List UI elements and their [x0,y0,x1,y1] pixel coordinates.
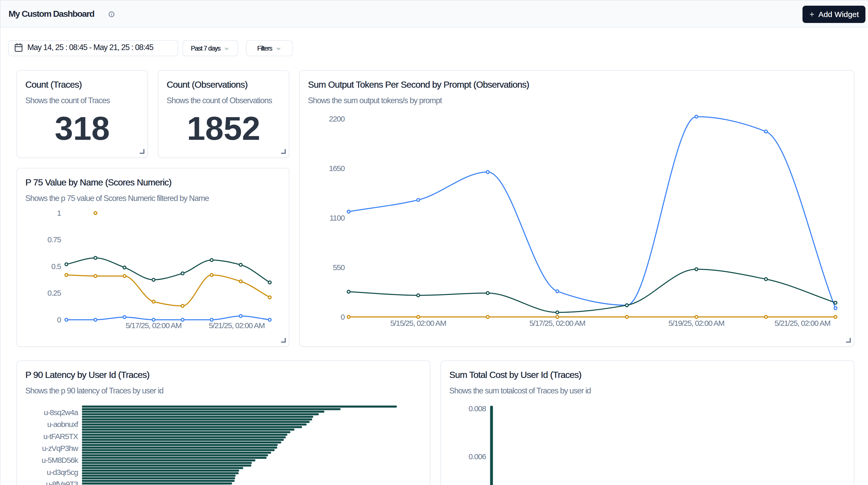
latency-bar [82,454,268,456]
info-icon[interactable] [108,11,115,17]
widget-title: Count (Observations) [166,79,281,90]
resize-handle-icon[interactable] [139,149,145,154]
date-range-value: May 14, 25 : 08:45 - May 21, 25 : 08:45 [27,43,153,52]
data-point-marker [181,319,184,321]
y-axis-tick-label: 0.008 [469,404,486,413]
widget-count-traces: Count (Traces) Shows the count of Traces… [17,70,148,158]
y-axis-tick-label: 2200 [329,115,345,123]
resize-handle-icon[interactable] [281,149,286,154]
bar-chart-svg: u-8sq2w4au-aobnuxfu-tFAR5TXu-zVqP3hwu-5M… [17,360,430,485]
widget-total-cost: Sum Total Cost by User Id (Traces) Shows… [440,360,854,485]
y-axis-tick-label: 0.25 [48,289,61,297]
filters-label: Filters [257,44,272,52]
date-preset-value: Past 7 days [191,44,220,52]
category-tick-label: u-8sq2w4a [44,408,79,417]
data-point-marker [123,266,126,269]
calendar-icon [14,43,23,52]
data-point-marker [152,319,155,321]
line-series-teal [349,269,836,312]
chevron-down-icon [224,46,230,52]
widget-p75-scores: P 75 Value by Name (Scores Numeric) Show… [17,168,289,347]
latency-bar [82,464,251,466]
latency-bar [82,434,287,436]
data-point-marker [834,315,837,319]
p75-line-chart[interactable]: 10.750.50.2505/17/25, 02:00 AM5/21/25, 0… [17,168,289,348]
data-point-marker [695,268,698,271]
latency-bar [82,459,255,461]
latency-bar [82,477,235,479]
data-point-marker [239,280,242,283]
latency-bar [82,442,281,444]
data-point-marker [486,292,489,295]
latency-bar [82,449,275,451]
tokens-line-chart[interactable]: 22001650110055005/15/25, 02:00 AM5/17/25… [299,70,854,348]
category-tick-label: u-aobnuxf [47,420,79,428]
date-range-picker[interactable]: May 14, 25 : 08:45 - May 21, 25 : 08:45 [8,40,178,56]
latency-bar [82,444,278,446]
filters-dropdown[interactable]: Filters [246,40,293,56]
widget-count-observations: Count (Observations) Shows the count of … [158,70,289,158]
data-point-marker [65,273,68,276]
data-point-marker [765,130,768,133]
y-axis-tick-label: 550 [333,263,345,272]
data-point-marker [417,199,420,201]
card-header: Count (Traces) Shows the count of Traces [17,71,148,105]
line-chart-svg: 22001650110055005/15/25, 02:00 AM5/17/25… [299,70,854,347]
y-axis-tick-label: 0.006 [469,452,486,461]
line-series-teal [66,258,270,282]
latency-bar [82,482,232,484]
plus-icon [809,11,815,17]
big-number-value: 318 [17,112,148,145]
x-axis-tick-label: 5/19/25, 02:00 AM [669,319,724,327]
latency-bar [82,421,310,423]
data-point-marker [765,278,768,280]
add-widget-label: Add Widget [818,10,859,19]
data-point-marker [486,315,489,319]
line-series-gold [66,275,270,306]
resize-handle-icon[interactable] [845,337,851,342]
data-point-marker [625,304,628,307]
data-point-marker [269,319,271,321]
data-point-marker [347,290,350,293]
latency-bar [82,462,252,464]
latency-bar [82,472,239,474]
y-axis-tick-label: 0.75 [48,235,61,244]
line-series-blue [349,117,836,308]
page-header: My Custom Dashboard Add Widget [0,1,868,28]
data-point-marker [65,319,68,321]
data-point-marker [417,315,420,319]
line-chart-svg: 10.750.50.2505/17/25, 02:00 AM5/21/25, 0… [17,168,289,347]
widget-p90-latency: P 90 Latency by User Id (Traces) Shows t… [17,360,430,485]
latency-bar [82,428,294,430]
y-axis-tick-label: 1100 [330,214,345,222]
bar-chart-svg: 0.0080.006 [440,360,854,485]
latency-bar [82,436,286,438]
card-header: Count (Observations) Shows the count of … [158,71,289,105]
latency-bar [82,413,319,415]
category-tick-label: u-tFAR5TX [43,432,79,441]
resize-handle-icon[interactable] [281,337,286,342]
date-preset-dropdown[interactable]: Past 7 days [183,40,238,56]
x-axis-tick-label: 5/17/25, 02:00 AM [126,321,181,330]
widget-tokens-per-second: Sum Output Tokens Per Second by Prompt (… [299,70,854,347]
latency-bar [82,426,302,428]
total-cost-bar-chart[interactable]: 0.0080.006 [440,360,854,485]
data-point-marker [765,315,768,319]
data-point-marker [834,301,837,304]
latency-bar [82,419,312,421]
data-point-marker [210,319,213,321]
data-point-marker [269,281,271,284]
p90-latency-bar-chart[interactable]: u-8sq2w4au-aobnuxfu-tFAR5TXu-zVqP3hwu-5M… [17,360,430,485]
cost-bar [490,406,493,485]
data-point-marker [94,256,97,259]
add-widget-button[interactable]: Add Widget [803,6,865,23]
data-point-marker [210,273,213,276]
y-axis-tick-label: 1 [57,209,61,217]
latency-bar [82,431,290,433]
latency-bar [82,447,277,449]
widget-subtitle: Shows the count of Observations [166,96,281,105]
data-point-marker [417,294,420,297]
category-tick-label: u-5M8D56k [41,456,79,464]
x-axis-tick-label: 5/21/25, 02:00 AM [775,319,830,327]
latency-bar [82,411,324,413]
